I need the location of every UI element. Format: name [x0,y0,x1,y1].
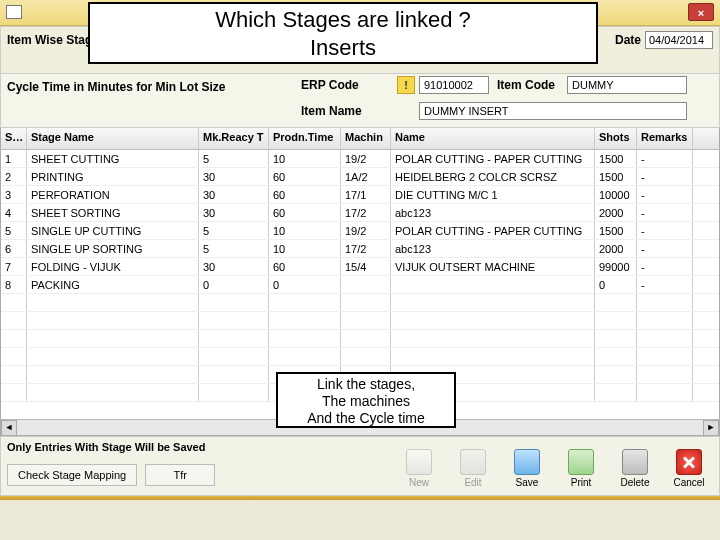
cell-stage: PRINTING [27,168,199,185]
col-header-sr[interactable]: Srn [1,128,27,149]
save-button[interactable]: Save [503,449,551,488]
cell-mach: 17/2 [341,204,391,221]
date-input[interactable] [645,31,713,49]
cell-stage: SINGLE UP SORTING [27,240,199,257]
cell-stage: SHEET CUTTING [27,150,199,167]
scroll-left-icon[interactable]: ◄ [1,420,17,436]
table-row[interactable]: 3PERFORATION306017/1DIE CUTTING M/C 1100… [1,186,719,204]
app-icon [6,5,22,19]
tfr-button[interactable]: Tfr [145,464,215,486]
cell-name: POLAR CUTTING - PAPER CUTTING [391,150,595,167]
col-header-prodtime[interactable]: Prodn.Time [269,128,341,149]
cycle-time-label: Cycle Time in Minutes for Min Lot Size [7,80,225,94]
cell-prod: 10 [269,222,341,239]
cell-prod: 10 [269,240,341,257]
trash-icon [622,449,648,475]
cell-name: VIJUK OUTSERT MACHINE [391,258,595,275]
cell-sr: 3 [1,186,27,203]
cell-mach: 19/2 [341,222,391,239]
new-icon [406,449,432,475]
cell-stage: PERFORATION [27,186,199,203]
table-row[interactable]: 1SHEET CUTTING51019/2POLAR CUTTING - PAP… [1,150,719,168]
cell-rem: - [637,222,693,239]
check-stage-mapping-button[interactable]: Check Stage Mapping [7,464,137,486]
col-header-name[interactable]: Name [391,128,595,149]
table-row[interactable]: 2PRINTING30601A/2HEIDELBERG 2 COLCR SCRS… [1,168,719,186]
cancel-button[interactable]: Cancel [665,449,713,488]
overlay-note: Link the stages, The machines And the Cy… [276,372,456,428]
table-row[interactable]: 8PACKING000- [1,276,719,294]
cell-shots: 2000 [595,204,637,221]
col-header-stage[interactable]: Stage Name [27,128,199,149]
cell-mach: 1A/2 [341,168,391,185]
cell-mk: 0 [199,276,269,293]
cell-rem: - [637,240,693,257]
cell-rem: - [637,258,693,275]
delete-label: Delete [611,477,659,488]
cell-stage: SHEET SORTING [27,204,199,221]
cell-rem: - [637,150,693,167]
cell-sr: 5 [1,222,27,239]
new-label: New [395,477,443,488]
item-code-label: Item Code [497,78,555,92]
cell-prod: 60 [269,168,341,185]
cell-sr: 1 [1,150,27,167]
table-row[interactable]: 7FOLDING - VIJUK306015/4VIJUK OUTSERT MA… [1,258,719,276]
close-button[interactable]: × [688,3,714,21]
cell-mach: 17/2 [341,240,391,257]
print-button[interactable]: Print [557,449,605,488]
cell-shots: 1500 [595,168,637,185]
overlay-note-line1: Link the stages, [278,376,454,393]
cell-shots: 2000 [595,240,637,257]
warning-icon[interactable]: ! [397,76,415,94]
cell-mk: 30 [199,168,269,185]
col-header-mkready[interactable]: Mk.Reacy T [199,128,269,149]
overlay-heading-line1: Which Stages are linked ? [90,6,596,34]
save-note-label: Only Entries With Stage Will be Saved [7,441,205,453]
cell-prod: 60 [269,258,341,275]
col-header-machine[interactable]: Machin [341,128,391,149]
item-name-label: Item Name [301,104,362,118]
cell-name: abc123 [391,204,595,221]
overlay-heading-line2: Inserts [90,34,596,62]
edit-button[interactable]: Edit [449,449,497,488]
delete-button[interactable]: Delete [611,449,659,488]
cell-stage: PACKING [27,276,199,293]
cell-prod: 60 [269,204,341,221]
cell-name: POLAR CUTTING - PAPER CUTTING [391,222,595,239]
cell-shots: 0 [595,276,637,293]
cell-rem: - [637,186,693,203]
cell-mk: 5 [199,150,269,167]
overlay-heading: Which Stages are linked ? Inserts [88,2,598,64]
cell-name: abc123 [391,240,595,257]
table-row[interactable]: 5SINGLE UP CUTTING51019/2POLAR CUTTING -… [1,222,719,240]
erp-code-input[interactable] [419,76,489,94]
cell-prod: 10 [269,150,341,167]
col-header-shots[interactable]: Shots [595,128,637,149]
print-label: Print [557,477,605,488]
overlay-note-line3: And the Cycle time [278,410,454,427]
col-header-remarks[interactable]: Remarks [637,128,693,149]
cell-sr: 6 [1,240,27,257]
new-button[interactable]: New [395,449,443,488]
cell-rem: - [637,168,693,185]
grid-header: Srn Stage Name Mk.Reacy T Prodn.Time Mac… [1,128,719,150]
table-row[interactable]: 6SINGLE UP SORTING51017/2abc1232000- [1,240,719,258]
cell-sr: 4 [1,204,27,221]
table-row-empty [1,294,719,312]
grid-body: 1SHEET CUTTING51019/2POLAR CUTTING - PAP… [1,150,719,402]
cell-mk: 30 [199,186,269,203]
edit-label: Edit [449,477,497,488]
cell-name: HEIDELBERG 2 COLCR SCRSZ [391,168,595,185]
cell-shots: 99000 [595,258,637,275]
cell-prod: 0 [269,276,341,293]
cell-prod: 60 [269,186,341,203]
table-row[interactable]: 4SHEET SORTING306017/2abc1232000- [1,204,719,222]
cell-mach: 19/2 [341,150,391,167]
item-name-input[interactable] [419,102,687,120]
footer-divider [0,496,720,500]
bottom-toolbar: Only Entries With Stage Will be Saved Ch… [0,436,720,496]
scroll-right-icon[interactable]: ► [703,420,719,436]
item-code-input[interactable] [567,76,687,94]
erp-code-label: ERP Code [301,78,359,92]
